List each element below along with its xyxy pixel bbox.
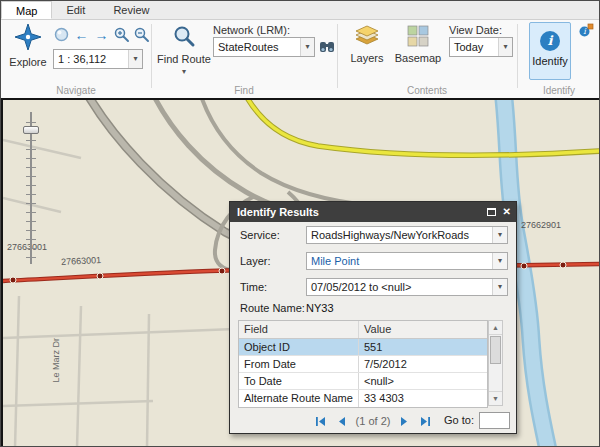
goto-label: Go to: [444, 414, 474, 426]
scale-combobox[interactable]: 1 : 36,112 ▾ [53, 49, 143, 69]
layer-value: Mile Point [311, 255, 359, 267]
identify-info-icon: i [540, 31, 560, 51]
basemap-icon [407, 25, 429, 47]
field-cell: Alternate Route Name [239, 390, 359, 407]
find-route-button[interactable]: Find Route ▾ [157, 24, 211, 76]
tab-review[interactable]: Review [99, 1, 163, 19]
last-page-icon [419, 415, 432, 428]
globe-icon [54, 27, 69, 42]
chevron-down-icon[interactable]: ▾ [492, 279, 507, 295]
explore-label: Explore [5, 56, 51, 68]
find-route-label: Find Route [157, 53, 211, 65]
view-date-value: Today [454, 41, 483, 53]
basemap-button[interactable]: Basemap [393, 25, 443, 64]
first-page-icon [314, 415, 327, 428]
group-label-find: Find [151, 85, 337, 96]
close-icon[interactable]: ✕ [503, 207, 511, 217]
chevron-down-icon[interactable]: ▾ [498, 38, 512, 56]
ribbon-tabbar: Map Edit Review [1, 1, 599, 20]
next-page-button[interactable] [398, 415, 411, 428]
service-combobox[interactable]: RoadsHighways/NewYorkRoads ▾ [306, 226, 508, 244]
layer-combobox[interactable]: Mile Point ▾ [306, 252, 508, 270]
street-name-label: Le Marz Dr [51, 338, 61, 383]
table-header-value: Value [359, 321, 487, 338]
chevron-down-icon[interactable]: ▾ [492, 227, 507, 243]
zoom-slider-track[interactable] [30, 112, 32, 264]
route-name-value: NY33 [306, 302, 334, 314]
time-combobox[interactable]: 07/05/2012 to <null> ▾ [306, 278, 508, 296]
group-label-contents: Contents [337, 85, 517, 96]
zoom-in-icon [113, 26, 130, 43]
network-combobox[interactable]: StateRoutes ▾ [213, 37, 315, 57]
chevron-down-icon[interactable]: ▾ [128, 50, 142, 68]
scroll-up-icon[interactable]: ▲ [489, 321, 502, 335]
identify-results-dialog: Identify Results ✕ Service: RoadsHighway… [229, 201, 517, 434]
identify-button[interactable]: i Identify [529, 22, 571, 80]
identify-options-button[interactable]: i [578, 23, 594, 43]
next-page-icon [398, 415, 411, 428]
group-label-identify: Identify [517, 85, 600, 96]
zoom-out-button[interactable] [133, 26, 150, 43]
group-separator [517, 24, 518, 88]
zoom-in-button[interactable] [113, 26, 130, 43]
basemap-label: Basemap [393, 52, 443, 64]
field-cell: From Date [239, 356, 359, 372]
table-row[interactable]: From Date 7/5/2012 [239, 356, 487, 373]
ribbon: Explore ← → [1, 20, 599, 98]
chevron-down-icon[interactable]: ▾ [300, 38, 314, 56]
zoom-slider-handle[interactable] [23, 126, 39, 134]
previous-page-icon [335, 415, 348, 428]
chevron-down-icon[interactable]: ▾ [492, 253, 507, 269]
zoom-out-icon [133, 26, 150, 43]
maximize-icon[interactable] [487, 208, 496, 216]
scroll-down-icon[interactable]: ▼ [489, 391, 502, 405]
navigate-icon-row: ← → [53, 26, 150, 43]
route-name-label: Route Name: [240, 302, 305, 314]
layers-button[interactable]: Layers [345, 25, 389, 64]
service-value: RoadsHighways/NewYorkRoads [311, 229, 469, 241]
dialog-title: Identify Results [237, 206, 319, 218]
previous-extent-button[interactable] [53, 26, 70, 43]
scrollbar-thumb[interactable] [490, 336, 501, 364]
table-scrollbar[interactable]: ▲ ▼ [488, 320, 503, 406]
chevron-down-icon[interactable]: ▾ [157, 67, 211, 76]
previous-page-button[interactable] [335, 415, 348, 428]
search-route-button[interactable] [319, 39, 335, 59]
table-row[interactable]: To Date <null> [239, 373, 487, 390]
tab-map[interactable]: Map [1, 1, 52, 19]
table-header-row: Field Value [239, 321, 487, 339]
back-extent-button[interactable]: ← [73, 26, 90, 43]
scale-value: 1 : 36,112 [58, 53, 106, 65]
value-cell: 33 4303 [359, 390, 487, 407]
arrow-right-icon: → [95, 28, 109, 42]
dialog-titlebar[interactable]: Identify Results ✕ [230, 202, 516, 222]
find-route-magnifier-icon [172, 24, 196, 48]
forward-extent-button[interactable]: → [93, 26, 110, 43]
arrow-left-icon: ← [75, 28, 89, 42]
table-row[interactable]: Object ID 551 [239, 339, 487, 356]
route-id-label: 27662901 [521, 220, 561, 230]
network-value: StateRoutes [218, 41, 279, 53]
group-separator [151, 24, 152, 88]
time-label: Time: [240, 281, 267, 293]
view-date-label: View Date: [449, 24, 502, 36]
field-cell: To Date [239, 373, 359, 389]
network-lrm-label: Network (LRM): [213, 24, 290, 36]
binoculars-icon [319, 39, 335, 55]
table-row[interactable]: Alternate Route Name 33 4303 [239, 390, 487, 407]
goto-input[interactable] [479, 412, 510, 429]
view-date-combobox[interactable]: Today ▾ [449, 37, 513, 57]
time-value: 07/05/2012 to <null> [311, 281, 411, 293]
tab-edit[interactable]: Edit [52, 1, 99, 19]
first-page-button[interactable] [314, 415, 327, 428]
explore-button[interactable]: Explore [5, 23, 51, 68]
last-page-button[interactable] [419, 415, 432, 428]
map-canvas[interactable]: 27663001 27663001 27662901 Le Marz Dr Id… [1, 98, 600, 447]
attributes-table: Field Value Object ID 551 From Date 7/5/… [238, 320, 488, 408]
table-header-field: Field [239, 321, 359, 338]
layers-icon [355, 25, 379, 47]
explore-compass-icon [14, 23, 42, 51]
group-label-navigate: Navigate [1, 85, 151, 96]
value-cell: 551 [359, 339, 487, 355]
zoom-slider[interactable] [23, 112, 39, 264]
